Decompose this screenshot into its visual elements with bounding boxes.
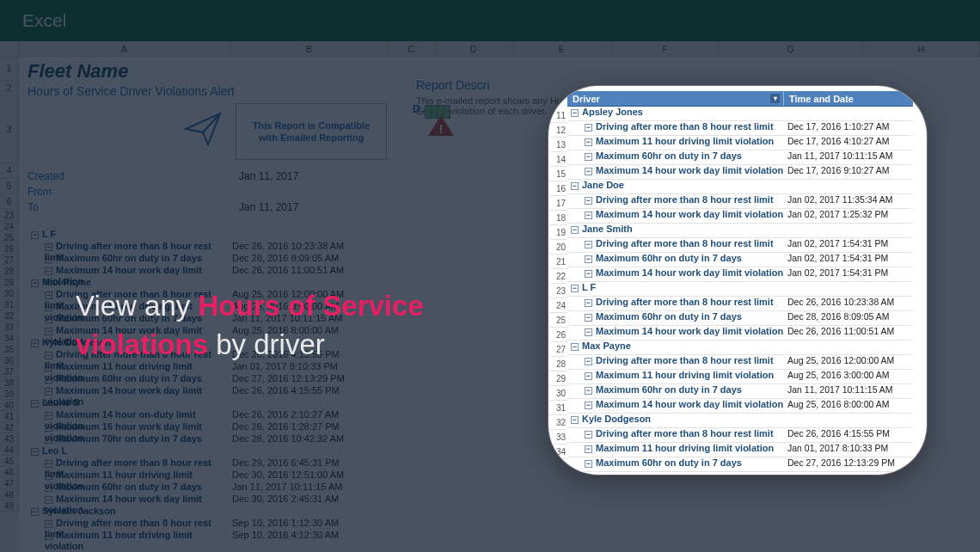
table-row: −L F xyxy=(567,282,913,297)
table-row: −Maximum 11 hour driving limit violation… xyxy=(567,443,913,457)
collapse-icon[interactable]: − xyxy=(585,299,592,307)
filter-dropdown-icon[interactable]: ▾ xyxy=(770,94,780,103)
table-body: −Apsley Jones−Driving after more than 8 … xyxy=(567,107,913,472)
collapse-icon[interactable]: − xyxy=(585,387,592,395)
violations-table: Driver▾ Time and Date −Apsley Jones−Driv… xyxy=(567,91,913,472)
row-header[interactable]: 27 xyxy=(550,342,567,357)
table-row: −Maximum 60hr on duty in 7 daysJan 11, 2… xyxy=(567,150,913,165)
row-header[interactable]: 24 xyxy=(550,298,567,313)
table-row: −Jane Doe xyxy=(567,180,913,194)
th-time[interactable]: Time and Date xyxy=(784,91,913,106)
row-header[interactable]: 30 xyxy=(550,386,567,401)
table-row: −Maximum 60hr on duty in 7 daysDec 27, 2… xyxy=(567,457,913,472)
table-row: −Driving after more than 8 hour rest lim… xyxy=(567,297,913,311)
collapse-icon[interactable]: − xyxy=(585,255,592,263)
row-header[interactable]: 23 xyxy=(550,284,567,298)
collapse-icon[interactable]: − xyxy=(585,212,592,219)
row-header[interactable]: 21 xyxy=(550,255,567,269)
row-header[interactable]: 17 xyxy=(550,196,567,211)
collapse-icon[interactable]: − xyxy=(585,402,592,409)
table-row: −Driving after more than 8 hour rest lim… xyxy=(567,194,913,209)
row-header[interactable]: 14 xyxy=(550,152,567,167)
row-header[interactable]: 18 xyxy=(550,211,567,225)
th-driver[interactable]: Driver▾ xyxy=(567,91,784,106)
table-row: −Maximum 60hr on duty in 7 daysJan 11, 2… xyxy=(567,384,913,399)
row-header[interactable]: 25 xyxy=(550,313,567,328)
table-row: −Maximum 14 hour work day limit violatio… xyxy=(567,267,913,282)
bubble-row-numbers: 1112131415161718192021222324252627282930… xyxy=(550,108,567,468)
row-header[interactable]: 13 xyxy=(550,138,567,152)
collapse-icon[interactable]: − xyxy=(585,431,592,439)
collapse-icon[interactable]: − xyxy=(585,168,592,175)
collapse-icon[interactable]: − xyxy=(571,285,579,292)
table-row: −Maximum 60hr on duty in 7 daysDec 28, 2… xyxy=(567,311,913,326)
collapse-icon[interactable]: − xyxy=(585,124,592,132)
table-row: −Driving after more than 8 hour rest lim… xyxy=(567,428,913,443)
row-header[interactable]: 32 xyxy=(550,415,567,430)
row-header[interactable]: 16 xyxy=(550,181,567,196)
table-row: −Max Payne xyxy=(567,340,913,355)
row-header[interactable]: 31 xyxy=(550,401,567,415)
table-row: −Maximum 11 hour driving limit violation… xyxy=(567,136,913,150)
collapse-icon[interactable]: − xyxy=(585,445,592,453)
highlight-bubble: 1112131415161718192021222324252627282930… xyxy=(548,86,927,475)
table-row: −Driving after more than 8 hour rest lim… xyxy=(567,121,913,136)
caption: View any Hours of Service violations by … xyxy=(76,287,523,364)
collapse-icon[interactable]: − xyxy=(585,372,592,380)
collapse-icon[interactable]: − xyxy=(585,197,592,205)
table-row: −Maximum 14 hour work day limit violatio… xyxy=(567,165,913,180)
collapse-icon[interactable]: − xyxy=(585,153,592,161)
collapse-icon[interactable]: − xyxy=(585,328,592,336)
row-header[interactable]: 22 xyxy=(550,269,567,284)
caption-pre: View any xyxy=(76,290,198,322)
collapse-icon[interactable]: − xyxy=(571,226,579,234)
table-row: −Maximum 14 hour work day limit violatio… xyxy=(567,399,913,414)
collapse-icon[interactable]: − xyxy=(571,343,579,351)
collapse-icon[interactable]: − xyxy=(585,314,592,322)
table-row: −Jane Smith xyxy=(567,224,913,238)
collapse-icon[interactable]: − xyxy=(585,358,592,365)
table-row: −Maximum 11 hour driving limit violation… xyxy=(567,370,913,384)
row-header[interactable]: 20 xyxy=(550,240,567,255)
row-header[interactable]: 28 xyxy=(550,357,567,371)
table-row: −Maximum 14 hour work day limit violatio… xyxy=(567,209,913,224)
collapse-icon[interactable]: − xyxy=(585,241,592,248)
collapse-icon[interactable]: − xyxy=(571,109,579,117)
table-row: −Maximum 14 hour work day limit violatio… xyxy=(567,326,913,340)
row-header[interactable]: 12 xyxy=(550,123,567,138)
collapse-icon[interactable]: − xyxy=(571,182,579,190)
row-header[interactable]: 15 xyxy=(550,167,567,181)
table-row: −Driving after more than 8 hour rest lim… xyxy=(567,238,913,253)
table-row: −Apsley Jones xyxy=(567,107,913,121)
table-header: Driver▾ Time and Date xyxy=(567,91,913,107)
collapse-icon[interactable]: − xyxy=(585,138,592,146)
row-header[interactable]: 19 xyxy=(550,225,567,240)
table-row: −Kyle Dodgeson xyxy=(567,414,913,428)
collapse-icon[interactable]: − xyxy=(585,460,592,468)
row-header[interactable]: 26 xyxy=(550,328,567,342)
row-header[interactable]: 29 xyxy=(550,371,567,386)
row-header[interactable]: 33 xyxy=(550,430,567,445)
caption-post: by driver xyxy=(208,328,325,360)
collapse-icon[interactable]: − xyxy=(585,270,592,278)
table-row: −Driving after more than 8 hour rest lim… xyxy=(567,355,913,370)
collapse-icon[interactable]: − xyxy=(571,416,579,424)
table-row: −Maximum 60hr on duty in 7 daysJan 02, 2… xyxy=(567,253,913,267)
